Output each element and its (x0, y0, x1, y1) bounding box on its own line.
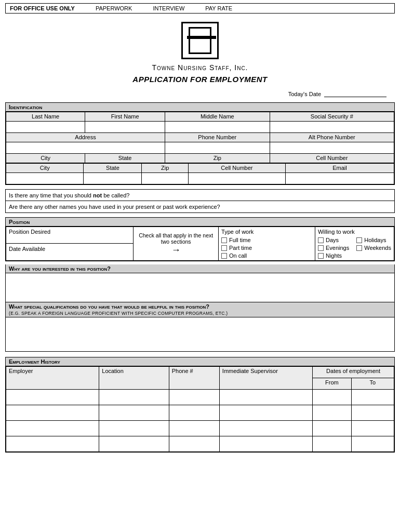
last-name-label: Last Name (6, 112, 85, 122)
table-row (6, 421, 394, 436)
part-time-label: Part time (229, 245, 252, 251)
from-1[interactable] (313, 390, 352, 405)
supervisor-col-header: Immediate Supervisor (219, 367, 312, 390)
cell-label: Cell Number (270, 154, 394, 163)
zip-field[interactable] (142, 173, 189, 184)
free-text-section: Is there any time that you should not be… (5, 189, 395, 213)
position-header: Position (6, 218, 394, 227)
phone-3[interactable] (169, 421, 219, 436)
first-name-field[interactable] (85, 122, 165, 133)
location-4[interactable] (99, 436, 169, 452)
middle-name-field[interactable] (165, 122, 270, 133)
alt-phone-label: Alt Phone Number (270, 133, 394, 142)
id-labels-row1: Last Name First Name Middle Name Social … (6, 112, 394, 122)
identification-section: Identification Last Name First Name Midd… (5, 102, 395, 185)
employer-3[interactable] (6, 421, 99, 436)
nights-label: Nights (326, 252, 342, 259)
location-2[interactable] (99, 405, 169, 421)
on-call-checkbox[interactable] (221, 253, 227, 259)
address-label: Address (6, 133, 165, 142)
supervisor-1[interactable] (219, 390, 312, 405)
office-label: FOR OFFICE USE ONLY (10, 5, 75, 11)
nights-item: Nights (318, 252, 349, 259)
supervisor-2[interactable] (219, 405, 312, 421)
weekends-checkbox[interactable] (356, 245, 362, 251)
full-time-checkbox[interactable] (221, 237, 227, 243)
last-name-field[interactable] (6, 122, 85, 133)
weekends-item: Weekends (356, 245, 391, 251)
app-title: APPLICATION FOR EMPLOYMENT (132, 75, 267, 84)
state-field[interactable] (84, 173, 142, 184)
other-names-row: Are there any other names you have used … (6, 201, 394, 212)
qual-body[interactable] (6, 317, 394, 351)
from-3[interactable] (313, 421, 352, 436)
phone-1[interactable] (169, 390, 219, 405)
evenings-label: Evenings (326, 245, 349, 251)
pay-rate-label: PAY RATE (205, 5, 232, 11)
employer-1[interactable] (6, 390, 99, 405)
position-table: Position Desired Check all that apply in… (6, 227, 394, 261)
phone-field[interactable] (165, 142, 270, 154)
middle-name-label: Middle Name (165, 112, 270, 122)
to-2[interactable] (351, 405, 394, 421)
on-call-item: On call (221, 252, 312, 259)
type-of-work-cell: Type of work Full time Part time On c (219, 227, 315, 261)
weekends-label: Weekends (364, 245, 391, 251)
logo-inner (189, 27, 211, 54)
cell-field[interactable] (189, 173, 286, 184)
check-note: Check all that apply in the next two sec… (134, 227, 219, 261)
evenings-item: Evenings (318, 245, 349, 251)
zip-label2: Zip (142, 164, 189, 173)
holidays-checkbox[interactable] (356, 237, 362, 243)
emp-header-row: Employer Location Phone # Immediate Supe… (6, 367, 394, 378)
willing-label: Willing to work (318, 229, 391, 235)
qual-header: What special qualifications do you have … (6, 302, 394, 317)
alt-phone-field[interactable] (270, 142, 394, 154)
address-field[interactable] (6, 142, 165, 154)
to-4[interactable] (351, 436, 394, 452)
nights-checkbox[interactable] (318, 253, 324, 259)
employer-4[interactable] (6, 436, 99, 452)
on-call-label: On call (229, 252, 247, 259)
from-col-header: From (313, 378, 352, 390)
employer-col-header: Employer (6, 367, 99, 390)
evenings-checkbox[interactable] (318, 245, 324, 251)
position-row1: Position Desired Check all that apply in… (6, 227, 394, 244)
cell-label2: Cell Number (189, 164, 286, 173)
why-header: Why are you interested in this position? (6, 264, 394, 273)
employment-header: Employment History (6, 357, 394, 366)
location-3[interactable] (99, 421, 169, 436)
phone-col-header: Phone # (169, 367, 219, 390)
date-available-label: Date Available (6, 243, 134, 260)
city-label2: City (6, 164, 84, 173)
part-time-checkbox[interactable] (221, 245, 227, 251)
date-input[interactable] (324, 91, 386, 97)
id-values-row1 (6, 122, 394, 133)
supervisor-4[interactable] (219, 436, 312, 452)
ssn-label: Social Security # (270, 112, 394, 122)
days-checkbox[interactable] (318, 237, 324, 243)
supervisor-3[interactable] (219, 421, 312, 436)
to-1[interactable] (351, 390, 394, 405)
phone-2[interactable] (169, 405, 219, 421)
date-row: Today's Date (0, 87, 400, 99)
from-4[interactable] (313, 436, 352, 452)
table-row (6, 390, 394, 405)
employer-2[interactable] (6, 405, 99, 421)
company-name: Towne Nursing Staff, Inc. (152, 63, 248, 72)
phone-4[interactable] (169, 436, 219, 452)
location-1[interactable] (99, 390, 169, 405)
from-2[interactable] (313, 405, 352, 421)
ssn-field[interactable] (270, 122, 394, 133)
holidays-item: Holidays (356, 237, 391, 243)
dates-col-header: Dates of employment (313, 367, 394, 378)
not-called-text: Is there any time that you should not be… (9, 192, 129, 198)
qual-sub: (e.g. speak a foreign language proficien… (9, 311, 228, 316)
why-body[interactable] (6, 273, 394, 302)
email-field[interactable] (285, 173, 394, 184)
why-section: Why are you interested in this position? (5, 264, 395, 302)
email-label: Email (285, 164, 394, 173)
part-time-item: Part time (221, 245, 312, 251)
city-field[interactable] (6, 173, 84, 184)
to-3[interactable] (351, 421, 394, 436)
